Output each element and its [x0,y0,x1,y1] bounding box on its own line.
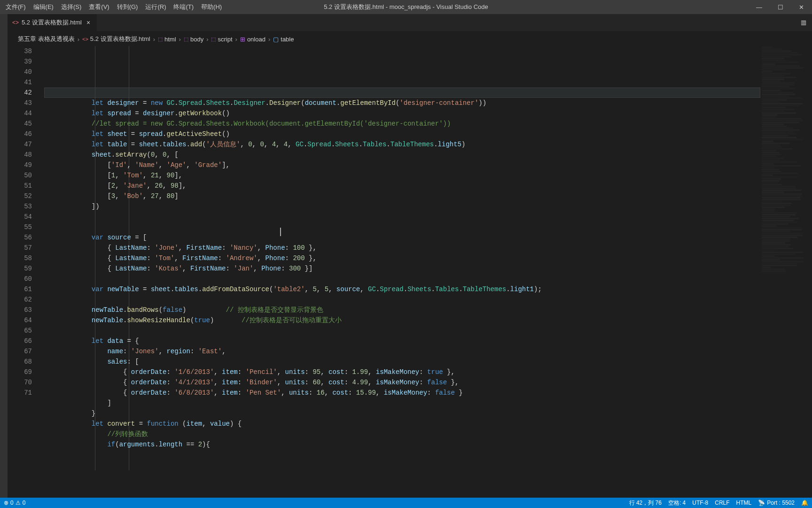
code-line[interactable]: [3, 'Bob', 27, 80] [44,191,760,201]
breadcrumb-item[interactable]: html [164,36,176,43]
breadcrumb[interactable]: 第五章 表格及透视表›<> 5.2 设置表格数据.html›⬚ html›⬚ b… [18,33,294,45]
breadcrumb-icon: <> [82,36,88,42]
activity-bar[interactable] [0,14,8,498]
code-line[interactable]: { LastName: 'Jone', FirstName: 'Nancy', … [44,243,760,253]
breadcrumb-item[interactable]: script [218,36,232,43]
menu-item[interactable]: 终端(T) [170,0,197,14]
code-line[interactable] [44,294,760,305]
code-line[interactable]: [1, 'Tom', 21, 90], [44,170,760,181]
menu-item[interactable]: 文件(F) [2,0,30,14]
code-line[interactable]: //let spread = new GC.Spread.Sheets.Work… [44,119,760,129]
breadcrumb-item[interactable]: 5.2 设置表格数据.html [90,35,150,43]
eol-status[interactable]: CRLF [715,500,729,506]
code-line[interactable]: let table = sheet.tables.add('人员信息', 0, … [44,139,760,150]
code-editor[interactable]: 3839404142434445464748495051525354555657… [8,46,760,498]
code-line[interactable]: { orderDate: '6/8/2013', item: 'Pen Set'… [44,388,760,398]
breadcrumb-icon: ▢ [273,36,279,43]
maximize-button[interactable]: ☐ [770,0,791,14]
code-line[interactable]: let convert = function (item, value) { [44,419,760,429]
code-line[interactable]: { orderDate: '4/1/2013', item: 'Binder',… [44,377,760,388]
tab-bar: <> 5.2 设置表格数据.html × [8,14,812,31]
code-line[interactable]: let data = { [44,336,760,346]
code-line[interactable]: { LastName: 'Tom', FirstName: 'Andrew', … [44,253,760,263]
breadcrumb-item[interactable]: table [281,36,294,43]
warning-icon: ⚠ [16,500,21,506]
close-tab-button[interactable]: × [85,19,92,26]
minimap[interactable] [760,46,805,498]
breadcrumb-icon: ⬚ [184,36,188,42]
menu-item[interactable]: 运行(R) [141,0,170,14]
code-line[interactable]: sales: [ [44,357,760,367]
menu-item[interactable]: 选择(S) [57,0,85,14]
status-bar: ⊗ 0 ⚠ 0 行 42，列 76 空格: 4 UTF-8 CRLF HTML … [0,498,812,508]
breadcrumb-icon: ⬚ [158,36,163,42]
code-line[interactable]: { orderDate: '1/6/2013', item: 'Pencil',… [44,367,760,377]
code-line[interactable]: var source = [ [44,232,760,243]
breadcrumb-item[interactable]: body [190,36,203,43]
notifications-icon[interactable]: 🔔 [801,500,808,506]
indent-status[interactable]: 空格: 4 [668,499,686,507]
code-line[interactable] [44,212,760,222]
broadcast-icon: 📡 [758,500,765,506]
close-window-button[interactable]: ✕ [791,0,812,14]
live-server-status[interactable]: 📡 Port : 5502 [758,500,795,506]
menu-item[interactable]: 查看(V) [85,0,113,14]
code-line[interactable]: if(arguments.length == 2){ [44,439,760,450]
code-line[interactable]: var newTable = sheet.tables.addFromDataS… [44,284,760,294]
encoding-status[interactable]: UTF-8 [692,500,708,506]
code-line[interactable]: } [44,408,760,419]
error-icon: ⊗ [4,500,8,506]
code-line[interactable] [44,274,760,284]
tab-label: 5.2 设置表格数据.html [22,18,82,27]
code-line[interactable]: ] [44,398,760,408]
current-line-highlight [44,87,760,98]
code-line[interactable]: //列转换函数 [44,429,760,439]
code-line[interactable] [44,222,760,232]
breadcrumb-icon: ⬚ [211,36,216,42]
code-line[interactable]: let designer = new GC.Spread.Sheets.Desi… [44,98,760,108]
code-line[interactable]: ]) [44,201,760,212]
code-line[interactable]: newTable.showResizeHandle(true) //控制表格是否… [44,315,760,325]
code-line[interactable]: let spread = designer.getWorkbook() [44,108,760,119]
code-line[interactable]: name: 'Jones', region: 'East', [44,346,760,357]
code-line[interactable]: ['Id', 'Name', 'Age', 'Grade'], [44,160,760,170]
editor-tab[interactable]: <> 5.2 设置表格数据.html × [8,14,97,31]
problems-status[interactable]: ⊗ 0 ⚠ 0 [4,500,25,506]
code-line[interactable] [44,325,760,336]
code-line[interactable]: let sheet = spread.getActiveSheet() [44,129,760,139]
breadcrumb-item[interactable]: onload [247,36,265,43]
split-editor-icon[interactable]: ▥ [801,19,806,26]
menu-bar: 文件(F)编辑(E)选择(S)查看(V)转到(G)运行(R)终端(T)帮助(H)… [0,0,812,14]
minimize-button[interactable]: — [749,0,770,14]
code-line[interactable]: { LastName: 'Kotas', FirstName: 'Jan', P… [44,263,760,274]
code-line[interactable]: newTable.bandRows(false) // 控制表格是否交替显示背景… [44,305,760,315]
window-title: 5.2 设置表格数据.html - mooc_spreadjs - Visual… [324,0,488,14]
html-file-icon: <> [12,19,19,26]
cursor-position[interactable]: 行 42，列 76 [629,499,662,507]
menu-item[interactable]: 编辑(E) [30,0,57,14]
language-mode[interactable]: HTML [736,500,752,506]
code-line[interactable]: sheet.setArray(0, 0, [ [44,150,760,160]
breadcrumb-item[interactable]: 第五章 表格及透视表 [18,35,75,43]
breadcrumb-icon: ⊞ [240,36,245,43]
menu-item[interactable]: 帮助(H) [197,0,226,14]
menu-item[interactable]: 转到(G) [113,0,142,14]
code-line[interactable]: [2, 'Jane', 26, 98], [44,181,760,191]
